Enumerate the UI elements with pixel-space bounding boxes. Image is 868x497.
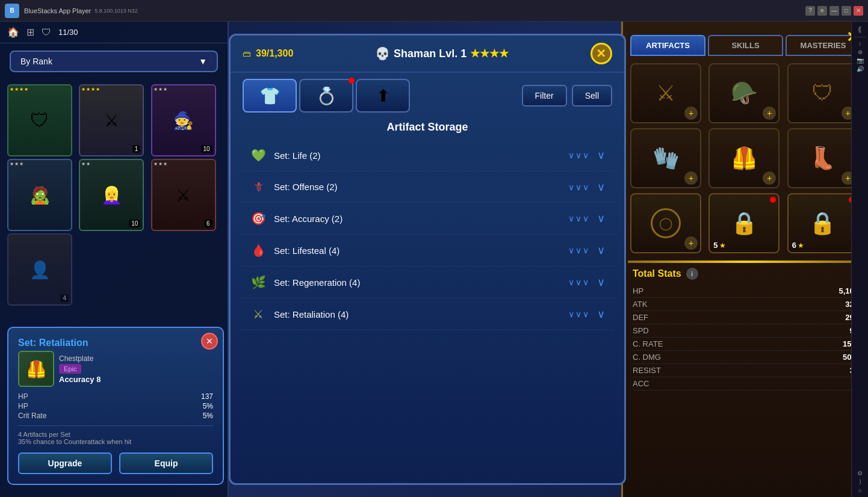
tab-bar: 👕 💍 ⬆ Filter Sell — [231, 73, 624, 119]
slot-amulet[interactable]: 🔒 5 ★ — [708, 193, 780, 253]
set-row-regeneration[interactable]: 🌿 Set: Regeneration (4) ∨∨∨ ∨ — [240, 267, 615, 298]
set-row-offense[interactable]: 🗡 Set: Offense (2) ∨∨∨ ∨ — [240, 171, 615, 203]
stars-row: ★ ★ — [81, 161, 90, 167]
accuracy-set-name: Set: Accuracy (2) — [274, 214, 568, 224]
champion-name-text: Shaman Lvl. 1 — [394, 48, 467, 60]
app-logo: B — [5, 4, 19, 18]
side-toolbar: ⟪ ↕ ⊕ 📷 🔊 ⚙ ⟩ ⌂ — [851, 22, 868, 497]
skull-icon: 💀 — [375, 46, 390, 61]
slot-add-btn[interactable]: + — [684, 106, 698, 120]
offense-set-name: Set: Offense (2) — [274, 182, 568, 192]
home-icon[interactable]: 🏠 — [7, 26, 19, 38]
slot-add-btn[interactable]: + — [763, 106, 776, 120]
slot-add-btn[interactable]: + — [763, 171, 776, 185]
sidebar-btn-2[interactable]: ↕ — [858, 40, 861, 47]
sidebar-btn-7[interactable]: ⟩ — [859, 478, 861, 485]
def-label: DEF — [633, 313, 648, 322]
rank-dropdown[interactable]: By Rank ▼ — [10, 51, 218, 72]
sidebar-btn-8[interactable]: ⌂ — [858, 487, 861, 493]
sell-button[interactable]: Sell — [572, 85, 612, 106]
tab-skills[interactable]: SKILLS — [708, 35, 783, 56]
tab-artifacts[interactable]: ARTIFACTS — [630, 35, 705, 56]
sidebar-btn-1[interactable]: ⟪ — [858, 25, 862, 34]
slot-shield[interactable]: 🛡 + — [787, 63, 858, 123]
regen-set-icon: 🌿 — [250, 275, 267, 289]
set-row-life[interactable]: 💚 Set: Life (2) ∨∨∨ ∨ — [240, 140, 615, 171]
set-row-retaliation[interactable]: ⚔ Set: Retaliation (4) ∨∨∨ ∨ — [240, 298, 615, 330]
sidebar-btn-5[interactable]: 🔊 — [857, 66, 864, 72]
stat-acc-row: ACC 0 — [633, 377, 858, 390]
lock-dot — [770, 197, 776, 203]
champion-card[interactable]: ★ ★ ★ 🧙 10 — [151, 84, 216, 156]
slot-chest[interactable]: 🦺 + — [708, 128, 780, 188]
artifact-modal: 🗃 39/1,300 💀 Shaman Lvl. 1 ★★★★ ✕ 👕 💍 ⬆ — [229, 34, 626, 485]
accuracy-set-arrows: ∨∨∨ — [568, 214, 590, 223]
stat-crit: Crit Rate 5% — [18, 411, 213, 421]
artifact-slots-grid: ⚔ + 🪖 + 🛡 + 🧤 + 🦺 + — [623, 56, 868, 261]
help-btn[interactable]: ? — [805, 6, 815, 16]
tab-equipment[interactable]: 👕 — [243, 79, 297, 113]
filter-sell-area: Filter Sell — [522, 85, 612, 106]
chest-slot-icon: 🦺 — [731, 146, 758, 171]
maximize-btn[interactable]: □ — [842, 6, 851, 16]
accuracy-set-icon: 🎯 — [250, 211, 267, 226]
retaliation-set-chevron: ∨ — [597, 307, 605, 321]
cdmg-label: C. DMG — [633, 353, 661, 362]
filter-button[interactable]: Filter — [522, 85, 567, 106]
champion-card[interactable]: ★ ★ ★ 🧟 — [7, 159, 72, 231]
upgrade-button[interactable]: Upgrade — [18, 452, 112, 474]
tooltip-close-btn[interactable]: ✕ — [201, 333, 218, 350]
slot-banner[interactable]: 🔒 6 ★ — [787, 193, 858, 253]
slot-boots[interactable]: 👢 + — [787, 128, 858, 188]
star-banner: ★ — [798, 241, 804, 250]
stat-value: 137 — [201, 392, 213, 401]
offense-set-icon: 🗡 — [250, 180, 267, 194]
counter-display: 11/30 — [58, 28, 78, 37]
champion-card[interactable]: ★ ★ ★ ★ ⚔ 1 — [79, 84, 144, 156]
game-area: 🏠 ⊞ 🛡 11/30 By Rank ▼ ★ ★ ★ ★ 🛡 — [0, 22, 868, 497]
champion-card[interactable]: ★ ★ ★ ★ 🛡 — [7, 84, 72, 156]
lifesteal-set-arrows: ∨∨∨ — [568, 245, 590, 255]
set-row-lifesteal[interactable]: 🩸 Set: Lifesteal (4) ∨∨∨ ∨ — [240, 235, 615, 267]
total-stats-header: Total Stats i — [633, 268, 858, 280]
count-badge: 1 — [132, 145, 141, 153]
stat-hp: HP 137 — [18, 392, 213, 401]
item-set-name: Set: Retaliation — [18, 338, 213, 348]
menu-btn[interactable]: ≡ — [817, 6, 827, 16]
atk-label: ATK — [633, 300, 647, 309]
slot-gloves[interactable]: 🧤 + — [630, 128, 701, 188]
equip-button[interactable]: Equip — [119, 452, 213, 474]
shield-icon2[interactable]: 🛡 — [42, 27, 51, 38]
banner-slot-icon: 🔒 — [809, 211, 836, 236]
champion-card[interactable]: ★ ★ 👱‍♀️ 10 — [79, 159, 144, 231]
dropdown-arrow: ▼ — [199, 57, 207, 66]
sidebar-btn-6[interactable]: ⚙ — [857, 470, 863, 477]
equipment-icon: 👕 — [259, 86, 281, 106]
grid-icon[interactable]: ⊞ — [26, 26, 34, 38]
storage-icon: 🗃 — [243, 49, 251, 58]
close-btn[interactable]: ✕ — [854, 6, 863, 16]
champion-avatar: 🧟 — [8, 160, 71, 230]
tab-upgrade[interactable]: ⬆ — [356, 79, 410, 113]
regen-set-chevron: ∨ — [597, 276, 605, 289]
right-panel: ✕ ARTIFACTS SKILLS MASTERIES ⚔ + 🪖 + 🛡 + — [621, 22, 868, 497]
champion-card[interactable]: ★ ★ ★ ⚔ 6 — [151, 159, 216, 231]
slot-add-btn[interactable]: + — [684, 171, 698, 185]
life-set-icon: 💚 — [250, 148, 267, 162]
slot-add-btn[interactable]: + — [684, 236, 698, 250]
info-icon[interactable]: i — [686, 268, 698, 280]
regen-set-arrows: ∨∨∨ — [568, 277, 590, 287]
sidebar-btn-3[interactable]: ⊕ — [858, 49, 863, 55]
set-row-accuracy[interactable]: 🎯 Set: Accuracy (2) ∨∨∨ ∨ — [240, 203, 615, 235]
shield-slot-icon: 🛡 — [812, 81, 834, 106]
champion-card[interactable]: 👤 4 — [7, 233, 72, 306]
minimize-btn[interactable]: — — [829, 6, 839, 16]
stat-atk-row: ATK 326 — [633, 298, 858, 311]
slot-helmet[interactable]: 🪖 + — [708, 63, 780, 123]
titlebar: B BlueStacks App Player 5.8.100.1013 N32… — [0, 0, 868, 22]
slot-ring[interactable]: ◯ + — [630, 193, 701, 253]
sidebar-btn-4[interactable]: 📷 — [857, 57, 864, 64]
slot-weapon[interactable]: ⚔ + — [630, 63, 701, 123]
modal-close-btn[interactable]: ✕ — [591, 43, 612, 64]
tab-ring[interactable]: 💍 — [299, 79, 353, 113]
